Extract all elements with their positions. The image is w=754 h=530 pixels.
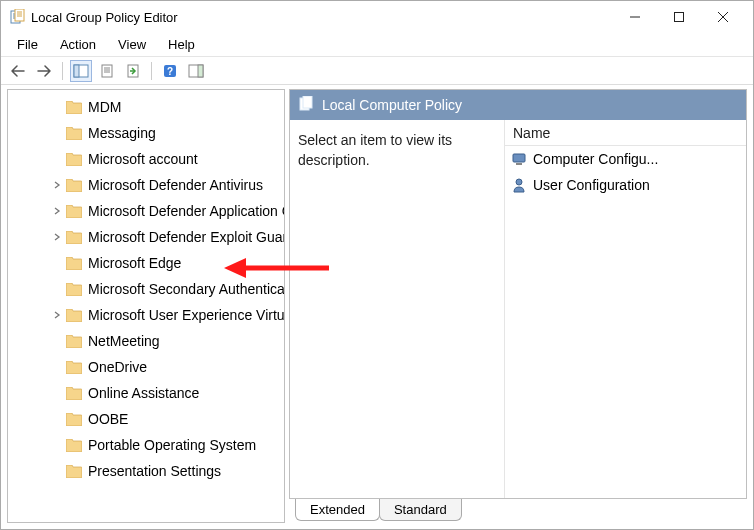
folder-icon [66,179,82,192]
tree-item[interactable]: Microsoft Secondary Authentication Facto… [8,276,284,302]
action-pane-button[interactable] [185,60,207,82]
folder-icon [66,101,82,114]
folder-icon [66,257,82,270]
toolbar: ? [1,57,753,85]
expand-icon[interactable] [52,198,64,224]
computer-icon [511,151,527,167]
detail-list-item-label: Computer Configu... [533,151,658,167]
detail-header: Local Computer Policy [290,90,746,120]
export-list-button[interactable] [122,60,144,82]
tree-item-label: Portable Operating System [88,432,256,458]
content-area: MDMMessagingMicrosoft accountMicrosoft D… [1,85,753,529]
menu-file[interactable]: File [7,35,48,54]
tree-item-label: MDM [88,94,121,120]
tree-item[interactable]: Messaging [8,120,284,146]
tab-standard[interactable]: Standard [379,499,462,521]
tree-item[interactable]: NetMeeting [8,328,284,354]
svg-rect-9 [675,13,684,22]
svg-rect-27 [516,163,522,165]
tree-item-label: Microsoft Defender Application Guard [88,198,284,224]
app-icon [9,9,25,25]
properties-button[interactable] [96,60,118,82]
svg-rect-14 [102,65,112,77]
main-window: Local Group Policy Editor File Action Vi… [0,0,754,530]
close-button[interactable] [701,3,745,31]
tree-item-label: Microsoft Secondary Authentication Facto… [88,276,284,302]
folder-icon [66,361,82,374]
tree-item[interactable]: OOBE [8,406,284,432]
tree-item-label: NetMeeting [88,328,160,354]
detail-header-title: Local Computer Policy [322,97,462,113]
tree-item[interactable]: Microsoft Defender Antivirus [8,172,284,198]
folder-icon [66,439,82,452]
tree-item-label: Microsoft User Experience Virtualization [88,302,284,328]
tree-item-label: Microsoft Defender Antivirus [88,172,263,198]
detail-list-item[interactable]: Computer Configu... [505,146,746,172]
folder-icon [66,127,82,140]
menu-action[interactable]: Action [50,35,106,54]
folder-icon [66,335,82,348]
tab-extended[interactable]: Extended [295,499,380,521]
tabs: Extended Standard [289,499,747,523]
tree-item[interactable]: Presentation Settings [8,458,284,484]
folder-icon [66,283,82,296]
tree-item-label: Messaging [88,120,156,146]
tree-item[interactable]: Microsoft account [8,146,284,172]
detail-column-header-name[interactable]: Name [505,120,746,146]
tree-item[interactable]: Microsoft Defender Application Guard [8,198,284,224]
back-button[interactable] [7,60,29,82]
folder-icon [66,413,82,426]
tree-item[interactable]: Microsoft Edge [8,250,284,276]
detail-pane: Local Computer Policy Select an item to … [289,89,747,499]
detail-description: Select an item to view its description. [290,120,504,498]
svg-rect-23 [198,65,203,77]
tree-pane-toggle-button[interactable] [70,60,92,82]
forward-button[interactable] [33,60,55,82]
expand-icon[interactable] [52,302,64,328]
tree-pane[interactable]: MDMMessagingMicrosoft accountMicrosoft D… [7,89,285,523]
detail-list-item[interactable]: User Configuration [505,172,746,198]
tree-item[interactable]: Portable Operating System [8,432,284,458]
title-bar: Local Group Policy Editor [1,1,753,33]
tree-item[interactable]: Online Assistance [8,380,284,406]
tree: MDMMessagingMicrosoft accountMicrosoft D… [8,90,284,488]
detail-list-item-label: User Configuration [533,177,650,193]
folder-icon [66,205,82,218]
tree-item[interactable]: MDM [8,94,284,120]
detail-body: Select an item to view its description. … [290,120,746,498]
toolbar-separator [151,62,152,80]
tree-item[interactable]: Microsoft User Experience Virtualization [8,302,284,328]
folder-icon [66,465,82,478]
svg-rect-25 [303,96,312,108]
svg-point-28 [516,179,522,185]
svg-rect-26 [513,154,525,162]
tree-item-label: Microsoft Edge [88,250,181,276]
help-button[interactable]: ? [159,60,181,82]
detail-list: Name Computer Configu...User Configurati… [504,120,746,498]
maximize-button[interactable] [657,3,701,31]
tree-item-label: OneDrive [88,354,147,380]
tree-item[interactable]: OneDrive [8,354,284,380]
user-icon [511,177,527,193]
folder-icon [66,231,82,244]
svg-rect-13 [74,65,79,77]
folder-icon [66,153,82,166]
menu-view[interactable]: View [108,35,156,54]
tree-item-label: Microsoft Defender Exploit Guard [88,224,284,250]
menu-help[interactable]: Help [158,35,205,54]
tree-item-label: Online Assistance [88,380,199,406]
svg-text:?: ? [167,66,173,77]
folder-icon [66,387,82,400]
toolbar-separator [62,62,63,80]
expand-icon[interactable] [52,172,64,198]
right-pane: Local Computer Policy Select an item to … [289,89,747,523]
svg-rect-4 [15,9,24,21]
tree-item[interactable]: Microsoft Defender Exploit Guard [8,224,284,250]
minimize-button[interactable] [613,3,657,31]
expand-icon[interactable] [52,224,64,250]
menu-bar: File Action View Help [1,33,753,57]
window-title: Local Group Policy Editor [31,10,613,25]
tree-item-label: Microsoft account [88,146,198,172]
tree-item-label: Presentation Settings [88,458,221,484]
folder-icon [66,309,82,322]
